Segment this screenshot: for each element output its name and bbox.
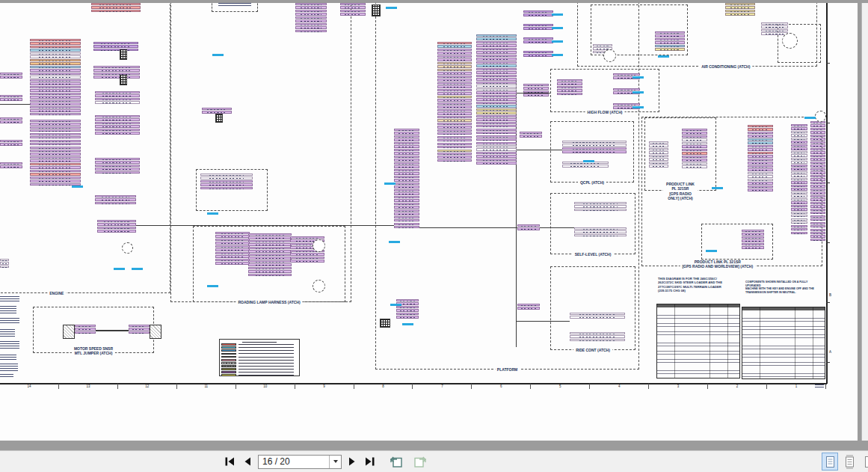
zone-number: 4 — [590, 384, 649, 389]
sheet-tick — [826, 183, 830, 183]
viewer-toolbar: 16 / 20 — [0, 450, 868, 472]
wire-row — [562, 165, 609, 167]
wire-row — [476, 102, 517, 104]
wire-row — [748, 186, 773, 188]
wire-row — [748, 148, 773, 150]
wire-row — [748, 182, 773, 184]
wire-row — [682, 135, 707, 138]
wire-row — [682, 159, 707, 161]
wire-row — [791, 158, 807, 160]
legend-row — [221, 374, 298, 376]
wire-row — [95, 158, 140, 160]
last-page-button[interactable] — [363, 456, 377, 468]
wire-row — [394, 179, 419, 181]
wire-row — [290, 236, 324, 239]
connector-block — [748, 125, 773, 192]
wire-row — [396, 313, 419, 315]
legend-row — [221, 346, 298, 349]
wire-row — [290, 260, 324, 262]
wire-row — [30, 89, 81, 91]
wire-row — [30, 166, 81, 168]
wire-row — [394, 203, 419, 205]
region-label-self-level: SELF-LEVEL (ATCH) — [573, 252, 614, 257]
wire-row — [523, 10, 553, 13]
first-page-button[interactable] — [223, 456, 237, 468]
wire-row — [30, 143, 81, 145]
wire-row — [476, 55, 517, 57]
zone-number: 7 — [413, 384, 472, 389]
wire-row — [93, 42, 138, 44]
region-label-platform: PLATFORM — [495, 367, 520, 372]
sheet-zone-numbers: 1413121110987654321 — [0, 384, 826, 389]
wire-row — [75, 328, 96, 330]
wire-row — [30, 39, 81, 41]
vertical-scrollbar[interactable] — [861, 3, 868, 441]
wire-row — [394, 183, 419, 185]
sheet-tick — [826, 63, 830, 64]
wire-row — [394, 169, 419, 171]
wire-stub — [523, 84, 549, 97]
wire-row — [476, 115, 517, 117]
wire-row — [30, 147, 81, 149]
connector-block — [215, 232, 250, 266]
wire-row — [748, 162, 773, 164]
single-page-view-button[interactable] — [822, 453, 838, 471]
connector-list-table — [742, 307, 825, 379]
wire-row — [649, 141, 668, 144]
wire-row — [476, 68, 517, 70]
wire-row — [437, 42, 472, 44]
facing-view-button[interactable] — [861, 453, 868, 471]
connector-block — [557, 79, 582, 96]
wire-row — [95, 198, 136, 200]
wire-row — [810, 128, 825, 130]
wire-row — [248, 274, 292, 276]
wire-row — [791, 131, 807, 133]
pdf-page-canvas[interactable]: ENGINE REAR DOOR ROADING LAMP HARNESS (A… — [0, 3, 858, 441]
page-navigation: 16 / 20 — [223, 451, 429, 472]
previous-view-button[interactable] — [387, 454, 406, 469]
wire-row — [742, 236, 764, 239]
wire-row — [200, 174, 253, 176]
wire-row — [557, 93, 582, 95]
wire-row — [655, 31, 685, 34]
next-page-button[interactable] — [346, 456, 358, 468]
wire-row — [682, 142, 707, 144]
wire-row — [761, 29, 788, 31]
wire-row — [649, 144, 668, 147]
wire-row — [810, 232, 825, 234]
wire-row — [0, 165, 22, 168]
wire-row — [437, 52, 472, 54]
wire-row — [0, 73, 22, 75]
wire-row — [30, 93, 81, 95]
wire-row — [394, 212, 419, 215]
wire-row — [791, 161, 807, 163]
wire-row — [748, 135, 773, 137]
connector-block — [725, 3, 755, 16]
pin-grid-connector-icon — [380, 319, 390, 328]
wire-row — [437, 119, 472, 121]
page-number-combobox[interactable]: 16 / 20 — [258, 455, 342, 469]
wire-row — [437, 99, 472, 101]
legend-row — [221, 365, 298, 367]
wire-row — [791, 218, 807, 221]
next-view-button[interactable] — [410, 454, 429, 469]
wire-row — [791, 208, 807, 210]
wire-row — [810, 185, 825, 187]
wire-stub — [0, 73, 22, 79]
previous-page-button[interactable] — [241, 456, 253, 468]
wire-row — [75, 325, 96, 327]
wire-row — [215, 259, 250, 261]
wire-row — [810, 191, 825, 194]
wire-row — [682, 149, 707, 151]
wire-row — [810, 195, 825, 197]
zone-number: 12 — [118, 384, 177, 389]
wire-row — [523, 37, 553, 40]
wire-row — [202, 108, 232, 110]
wire-row — [810, 138, 825, 140]
wire-row — [394, 196, 419, 198]
wire-row — [30, 59, 81, 61]
continuous-view-button[interactable] — [841, 453, 858, 471]
wire-row — [396, 309, 419, 311]
wire-row — [437, 112, 472, 114]
wire-row — [437, 45, 472, 47]
